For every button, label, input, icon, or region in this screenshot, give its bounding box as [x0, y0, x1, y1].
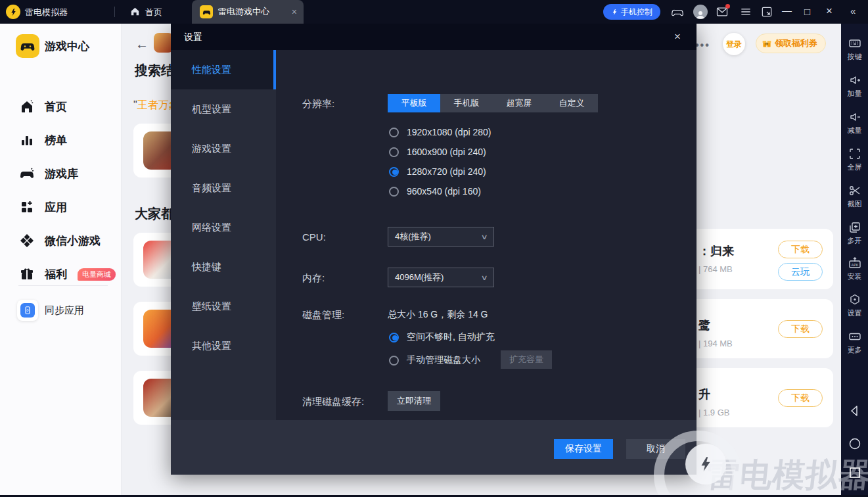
resolution-option-1920[interactable]: 1920x1080 (dpi 280) — [389, 127, 491, 137]
android-recents-button[interactable] — [841, 465, 868, 480]
nav-device-settings[interactable]: 机型设置 — [171, 89, 276, 129]
menu-icon[interactable] — [739, 5, 752, 18]
nav-network-settings[interactable]: 网络设置 — [171, 208, 276, 247]
resolution-option-label: 1600x900 (dpi 240) — [407, 147, 486, 157]
toolbar-volume-down[interactable]: 减量 — [841, 110, 868, 135]
game-center-icon — [16, 34, 39, 58]
phone-control-button[interactable]: 手机控制 — [603, 4, 660, 20]
chevron-down-icon: ∨ — [480, 233, 488, 241]
toolbar-keymapping[interactable]: 按键 — [841, 37, 868, 62]
resolution-tabs: 平板版 手机版 超宽屏 自定义 — [388, 94, 598, 112]
toolbar-label: 截图 — [841, 199, 868, 209]
toolbar-volume-up[interactable]: 加量 — [841, 74, 868, 99]
home-icon — [18, 98, 35, 115]
resolution-option-1280[interactable]: 1280x720 (dpi 240) — [389, 166, 486, 177]
settings-title: 设置 — [184, 32, 202, 42]
home-icon[interactable] — [129, 6, 141, 17]
tab-ultrawide[interactable]: 超宽屏 — [493, 94, 545, 112]
disk-manual-option[interactable]: 手动管理磁盘大小 — [389, 354, 480, 366]
game-name: ：归来 — [698, 243, 734, 259]
radio-icon[interactable] — [389, 187, 399, 197]
sidebar-item-game-center[interactable]: 游戏中心 — [0, 32, 122, 60]
download-button[interactable]: 下载 — [778, 320, 823, 338]
back-button[interactable]: ← — [135, 37, 148, 52]
radio-icon-selected[interactable] — [389, 333, 399, 343]
app-sidebar: 游戏中心 首页 榜单 游戏库 应用 — [0, 24, 122, 495]
resolution-option-960[interactable]: 960x540 (dpi 160) — [389, 186, 481, 197]
sidebar-item-benefits[interactable]: 福利 电量商城 — [0, 261, 122, 287]
clean-now-button[interactable]: 立即清理 — [388, 391, 440, 411]
sidebar-item-label: 榜单 — [45, 133, 67, 148]
popout-icon[interactable] — [760, 5, 773, 18]
sidebar-item-home[interactable]: 首页 — [0, 93, 122, 120]
cpu-dropdown[interactable]: 4核(推荐) ∨ — [388, 227, 494, 247]
radio-icon[interactable] — [389, 128, 399, 137]
toolbar-label: 安装 — [841, 272, 868, 281]
game-name: 鹭 — [698, 318, 710, 333]
memory-dropdown[interactable]: 4096M(推荐) ∨ — [388, 268, 494, 287]
nav-audio-settings[interactable]: 音频设置 — [171, 168, 276, 208]
nav-other-settings[interactable]: 其他设置 — [171, 326, 276, 366]
bar-chart-icon — [18, 131, 35, 149]
toolbar-label: 全屏 — [841, 162, 868, 172]
sidebar-item-rankings[interactable]: 榜单 — [0, 127, 122, 153]
sidebar-item-wechat-minigames[interactable]: 微信小游戏 — [0, 227, 122, 254]
scissors-icon — [848, 184, 861, 197]
maximize-button[interactable]: □ — [804, 6, 810, 17]
disk-auto-expand-option[interactable]: 空间不够时, 自动扩充 — [389, 331, 495, 343]
radio-icon[interactable] — [389, 356, 399, 366]
toolbar-settings[interactable]: 设置 — [841, 293, 868, 318]
titlebar-home-button[interactable]: 首页 — [145, 7, 162, 18]
avatar[interactable] — [693, 5, 708, 19]
tab-gamepad-icon — [200, 5, 213, 18]
emulator-toolbar: 按键 加量 减量 全屏 截图 多开 APK 安装 设置 — [841, 24, 868, 497]
minimize-button[interactable]: — — [782, 5, 792, 16]
close-icon[interactable]: × — [668, 24, 687, 50]
nav-game-settings[interactable]: 游戏设置 — [171, 129, 276, 168]
svg-text:APK: APK — [851, 263, 858, 267]
close-window-button[interactable]: × — [826, 5, 833, 18]
nav-wallpaper-settings[interactable]: 壁纸设置 — [171, 287, 276, 326]
claim-coupon-label: 领取福利券 — [775, 37, 817, 49]
expand-capacity-button[interactable]: 扩充容量 — [501, 350, 552, 369]
android-back-button[interactable] — [841, 404, 868, 418]
toolbar-label: 设置 — [841, 308, 868, 318]
tab-game-center[interactable]: 雷电游戏中心 × — [192, 0, 304, 24]
circle-icon — [848, 437, 862, 451]
tab-phone[interactable]: 手机版 — [440, 94, 493, 112]
game-size: | 764 MB — [698, 264, 733, 274]
collapse-toolbar-icon[interactable]: « — [850, 5, 854, 16]
tab-custom[interactable]: 自定义 — [545, 94, 598, 112]
toolbar-more[interactable]: 更多 — [841, 330, 868, 355]
nav-hotkeys[interactable]: 快捷键 — [171, 247, 276, 287]
claim-coupon-button[interactable]: 领取福利券 — [756, 34, 826, 53]
toolbar-install-apk[interactable]: APK 安装 — [841, 256, 868, 281]
game-name: 升 — [698, 387, 710, 402]
sidebar-item-label: 游戏库 — [45, 166, 78, 181]
login-button[interactable]: 登录 — [723, 33, 745, 55]
sidebar-item-sync-apps[interactable]: 同步应用 — [0, 297, 122, 323]
sidebar-item-game-library[interactable]: 游戏库 — [0, 160, 122, 187]
radio-icon-selected[interactable] — [389, 167, 399, 177]
android-home-button[interactable] — [841, 437, 868, 451]
toolbar-label: 更多 — [841, 345, 868, 355]
radio-icon[interactable] — [389, 147, 399, 157]
tab-tablet[interactable]: 平板版 — [388, 94, 440, 112]
sidebar-item-apps[interactable]: 应用 — [0, 194, 122, 220]
toolbar-label: 减量 — [841, 126, 868, 135]
cloud-play-button[interactable]: 云玩 — [778, 263, 823, 281]
fullscreen-icon — [848, 147, 861, 160]
resolution-option-1600[interactable]: 1600x900 (dpi 240) — [389, 147, 486, 157]
download-button[interactable]: 下载 — [778, 389, 823, 407]
game-size: | 194 MB — [698, 339, 733, 348]
nav-performance-settings[interactable]: 性能设置 — [171, 50, 276, 89]
tab-close-icon[interactable]: × — [292, 7, 297, 17]
more-options-dots[interactable]: ••• — [695, 39, 710, 51]
toolbar-fullscreen[interactable]: 全屏 — [841, 147, 868, 172]
toolbar-screenshot[interactable]: 截图 — [841, 184, 868, 209]
save-settings-button[interactable]: 保存设置 — [554, 439, 613, 459]
gamepad-icon[interactable] — [671, 5, 684, 18]
toolbar-multi-instance[interactable]: 多开 — [841, 221, 868, 246]
download-button[interactable]: 下载 — [778, 241, 823, 258]
cpu-value: 4核(推荐) — [395, 231, 431, 243]
